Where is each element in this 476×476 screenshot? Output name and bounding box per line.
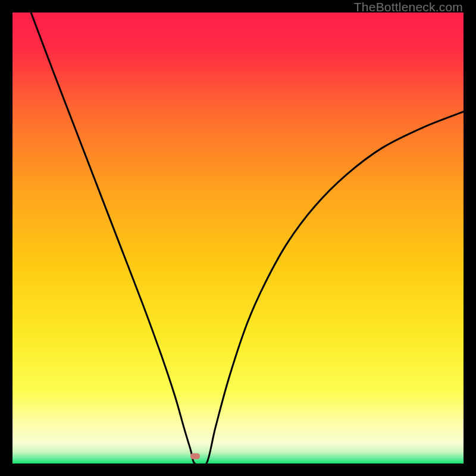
chart-frame (12, 12, 464, 464)
chart-curve (12, 12, 464, 464)
